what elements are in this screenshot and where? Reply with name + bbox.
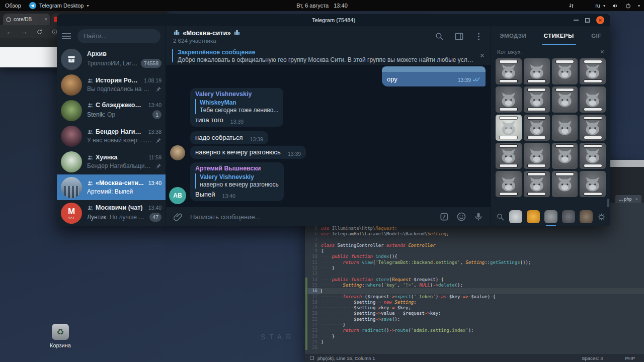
message-author[interactable]: Артемий Вышневски	[195, 165, 279, 172]
chat-list-item[interactable]: Бендер Нагибаль...13:38У нас новый юзер:…	[57, 123, 166, 149]
sticker[interactable]	[496, 115, 522, 141]
gear-icon[interactable]	[597, 213, 606, 221]
telegram-sidebar: Найти... АрхивТрололоИИ, Larave...74558И…	[57, 26, 166, 226]
chat-time: 11:59	[147, 154, 162, 160]
chat-avatar	[61, 100, 82, 121]
more-options-icon[interactable]	[474, 32, 484, 41]
sticker[interactable]	[580, 58, 606, 84]
line-number: 12	[308, 265, 321, 271]
syntax-setting[interactable]: PHP	[625, 355, 635, 361]
sticker-set-thumb[interactable]	[527, 210, 540, 223]
sticker[interactable]	[552, 58, 578, 84]
sticker[interactable]	[496, 86, 522, 113]
sticker[interactable]	[496, 171, 522, 197]
outgoing-message[interactable]: ору13:39	[382, 66, 486, 86]
clock[interactable]: Вт, 6 августа 13:40	[296, 3, 348, 9]
close-icon[interactable]: ×	[600, 48, 604, 56]
chat-members-count: 2 624 участника	[173, 38, 240, 44]
power-icon[interactable]	[625, 3, 631, 9]
sticker[interactable]	[580, 143, 606, 169]
message-area[interactable]: ору13:39Valery VishnevskiyWhiskeyManТебе…	[166, 65, 491, 207]
chat-time: 13:38	[146, 129, 162, 135]
line-number: 19	[308, 305, 321, 311]
sticker[interactable]	[580, 171, 606, 197]
activities-button[interactable]: Обзор	[5, 3, 21, 9]
forward-button[interactable]: →	[21, 28, 28, 36]
trash-shortcut[interactable]: ♻ Корзина	[42, 324, 78, 348]
code-line: 10····public·function·index(){	[305, 254, 644, 259]
maximize-button[interactable]	[585, 18, 590, 23]
sticker[interactable]	[580, 86, 606, 113]
keyboard-layout-indicator[interactable]: ru▾	[595, 3, 605, 9]
indentation-setting[interactable]: Spaces: 4	[582, 355, 603, 361]
sticker-set-thumb[interactable]	[562, 210, 575, 223]
chat-list-item[interactable]: История Росси...1.08.19Вы подписались на…	[57, 72, 166, 98]
search-icon[interactable]	[435, 32, 444, 41]
chat-list-item[interactable]: Хуинка11:59Бендер Нагибальщик Р...	[57, 149, 166, 174]
toggle-panel-icon[interactable]	[454, 32, 464, 41]
sticker-set-thumb[interactable]	[580, 210, 593, 223]
sticker[interactable]	[552, 86, 578, 113]
reply-quote[interactable]: Valery Vishnevskiyнаверно к вечеру разго…	[195, 173, 279, 189]
telegram-titlebar[interactable]: Telegram (75484) ×	[57, 14, 610, 26]
close-icon[interactable]: ×	[44, 17, 47, 22]
sticker[interactable]	[524, 86, 550, 113]
close-button[interactable]: ×	[596, 16, 604, 24]
chat-header[interactable]: «Москва-сити» 2 624 участника	[166, 26, 491, 46]
sticker[interactable]	[552, 143, 578, 169]
attach-icon[interactable]	[173, 212, 183, 222]
back-button[interactable]: ←	[6, 28, 13, 36]
telegram-logo-icon	[29, 2, 36, 9]
tab-gif[interactable]: GIF	[589, 26, 603, 45]
code-line: 19············$setting->key·=·$key;	[305, 305, 644, 311]
tab-emoji[interactable]: ЭМОДЗИ	[498, 26, 528, 45]
tab-stickers[interactable]: СТИКЕРЫ	[542, 26, 576, 45]
app-menu[interactable]: Telegram Desktop ▾	[29, 2, 89, 9]
incoming-message[interactable]: Артемий ВышневскиValery Vishnevskiyнавер…	[190, 162, 284, 201]
sticker[interactable]	[524, 143, 550, 169]
line-number: 10	[308, 254, 321, 259]
search-icon[interactable]	[496, 213, 505, 221]
sticker[interactable]	[524, 58, 550, 84]
incoming-message[interactable]: наверно к вечеру разгонюсь13:39	[190, 146, 306, 159]
close-icon[interactable]: ×	[480, 51, 485, 60]
browser-tab-active[interactable]: core/DB ×	[3, 14, 50, 25]
sticker-set-thumb[interactable]	[509, 210, 522, 223]
app-menu-label: Telegram Desktop	[39, 3, 84, 9]
message-author[interactable]: Valery Vishnevskiy	[195, 90, 278, 98]
sticker[interactable]	[552, 171, 578, 197]
emoji-icon[interactable]	[456, 212, 466, 222]
code-line: 24····}	[305, 334, 644, 339]
close-icon[interactable]: ×	[635, 197, 638, 202]
sticker[interactable]	[496, 58, 522, 84]
bot-commands-icon[interactable]	[439, 212, 449, 222]
sticker[interactable]	[524, 171, 550, 197]
message-time: 13:39	[230, 119, 244, 125]
search-input[interactable]: Найти...	[77, 29, 160, 43]
message-input[interactable]: Написать сообщение...	[190, 213, 432, 221]
incoming-message[interactable]: надо собраться13:39	[190, 131, 268, 144]
status-icon	[310, 356, 314, 360]
message-time: 13:40	[222, 193, 235, 199]
reply-quote[interactable]: WhiskeyManТебе сегодня тоже лениво...	[195, 99, 278, 114]
sticker-set-thumb[interactable]	[544, 210, 557, 223]
chat-list-item[interactable]: «Москва-сити...13:40Артемий: Выпей	[57, 174, 166, 200]
sticker[interactable]	[496, 143, 522, 169]
chat-list-item[interactable]: С блэкджеком и ...13:40Stenik: Op1	[57, 98, 166, 123]
chat-list-item[interactable]: АрхивТрололоИИ, Larave...74558	[57, 46, 166, 72]
code-line: 26	[305, 345, 644, 350]
microphone-icon[interactable]	[473, 212, 484, 222]
editor-file-tab[interactable]: ….php ×	[615, 195, 641, 203]
menu-icon[interactable]	[62, 33, 71, 39]
pinned-message-bar[interactable]: Закреплённое сообщение Добро пожаловать …	[166, 46, 491, 65]
sticker[interactable]	[524, 115, 550, 141]
reload-button[interactable]	[36, 29, 43, 35]
sticker[interactable]	[552, 115, 578, 141]
chat-list-item[interactable]: МЧАТМосквичи (чат)13:40Лунтик: Но лучше …	[57, 200, 166, 226]
sticker[interactable]	[580, 115, 606, 141]
network-icon[interactable]	[568, 3, 575, 9]
incoming-message[interactable]: Valery VishnevskiyWhiskeyManТебе сегодня…	[190, 88, 283, 127]
unread-badge: 1	[152, 110, 162, 119]
volume-icon[interactable]	[612, 3, 618, 9]
minimize-button[interactable]	[574, 20, 579, 21]
